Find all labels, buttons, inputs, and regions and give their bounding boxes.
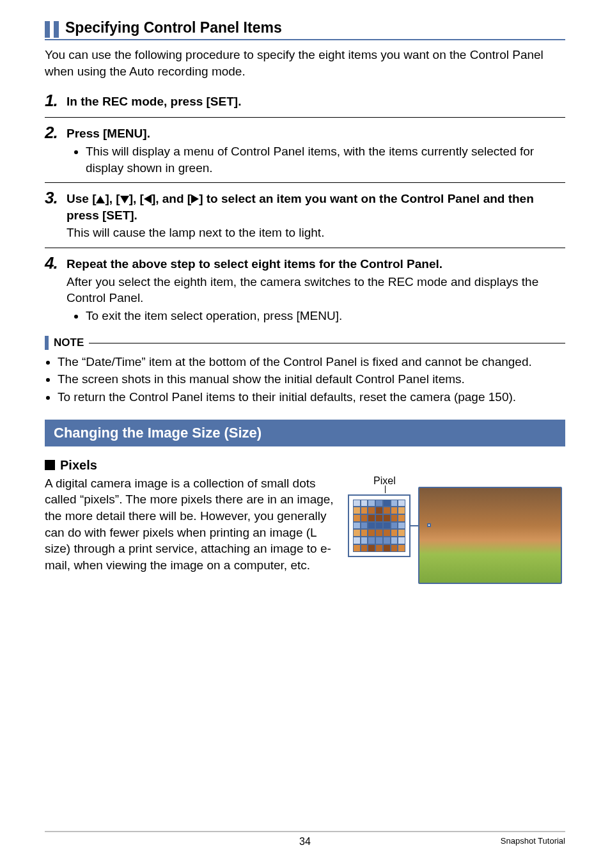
note-item: The “Date/Time” item at the bottom of th… — [58, 354, 565, 370]
arrow-left-icon — [144, 194, 152, 203]
subsection-heading: Pixels — [45, 458, 565, 473]
page-number: 34 — [45, 836, 565, 848]
step-number: 4. — [45, 253, 66, 273]
step-4: 4. Repeat the above step to select eight… — [45, 253, 565, 324]
page-footer: 34 Snapshot Tutorial — [45, 831, 565, 850]
step-2: 2. Press [MENU]. This will display a men… — [45, 123, 565, 176]
t: ], [ — [129, 192, 144, 205]
step-bullet: This will display a menu of Control Pane… — [86, 143, 565, 176]
footer-label: Snapshot Tutorial — [501, 836, 565, 846]
note-label: NOTE — [54, 336, 84, 349]
step-number: 1. — [45, 91, 66, 111]
t: Use [ — [66, 192, 96, 205]
t: ], and [ — [152, 192, 191, 205]
note-item: The screen shots in this manual show the… — [58, 371, 565, 388]
section-title-bar: Changing the Image Size (Size) — [45, 420, 565, 446]
pixel-illustration: Pixel — [348, 475, 565, 589]
pixels-paragraph: A digital camera image is a collection o… — [45, 475, 348, 574]
divider — [45, 182, 565, 183]
divider — [45, 117, 565, 118]
note-bar — [45, 336, 49, 350]
square-bullet-icon — [45, 460, 55, 470]
step-bullet: To exit the item select operation, press… — [86, 308, 565, 324]
sample-photo — [418, 487, 562, 584]
step-title: In the REC mode, press [SET]. — [66, 93, 565, 110]
step-title: Use [], [], [], and [] to select an item… — [66, 191, 565, 223]
arrow-up-icon — [96, 196, 105, 203]
arrow-right-icon — [191, 194, 199, 203]
section-heading: Specifying Control Panel Items — [45, 19, 565, 40]
step-number: 3. — [45, 188, 66, 208]
note-block: NOTE The “Date/Time” item at the bottom … — [45, 336, 565, 406]
step-1: 1. In the REC mode, press [SET]. — [45, 91, 565, 111]
step-desc: This will cause the lamp next to the ite… — [66, 225, 565, 241]
callout-dot — [427, 523, 431, 527]
subsection-title: Pixels — [60, 458, 97, 472]
divider — [45, 248, 565, 248]
note-line — [89, 343, 565, 343]
arrow-down-icon — [120, 196, 129, 203]
step-title: Repeat the above step to select eight it… — [66, 256, 565, 272]
step-desc: After you select the eighth item, the ca… — [66, 274, 565, 306]
heading-bar — [54, 21, 59, 38]
step-3: 3. Use [], [], [], and [] to select an i… — [45, 188, 565, 241]
magnified-pixels — [348, 494, 411, 557]
intro-paragraph: You can use the following procedure to s… — [45, 47, 565, 79]
t: ], [ — [105, 192, 120, 205]
step-number: 2. — [45, 123, 66, 143]
heading-text: Specifying Control Panel Items — [65, 19, 282, 39]
heading-bar — [45, 21, 50, 38]
note-item: To return the Control Panel items to the… — [58, 389, 565, 406]
step-title: Press [MENU]. — [66, 125, 565, 142]
